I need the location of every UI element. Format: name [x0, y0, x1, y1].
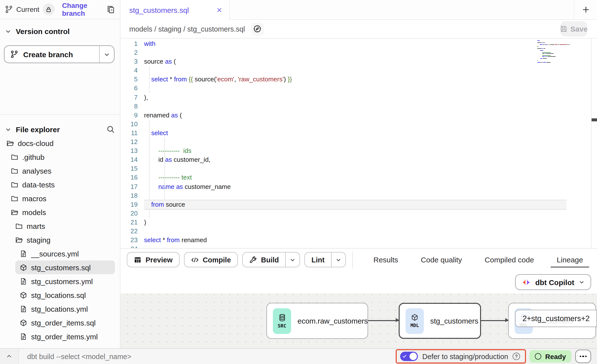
tab-strip-empty	[230, 0, 574, 20]
file-tree-item-stg-order-items-sql[interactable]: stg_order_items.sql	[0, 316, 120, 329]
code-lines: 1with23source as (45 select * from {{ so…	[120, 39, 566, 248]
close-icon[interactable]	[216, 7, 223, 13]
file-label: analyses	[22, 166, 51, 175]
create-branch-dropdown[interactable]	[99, 46, 114, 63]
preview-main[interactable]: Preview	[127, 253, 179, 267]
lineage-node-stg-customers[interactable]: MDLstg_customers	[399, 303, 481, 339]
code-line-11[interactable]: 11 select	[120, 129, 566, 138]
change-branch-link[interactable]: Change branch	[62, 1, 103, 17]
folder-icon	[15, 222, 23, 230]
file-tree-item--github[interactable]: .github	[0, 150, 120, 164]
line-number: 9	[120, 111, 144, 120]
file-label: stg_order_items.yml	[31, 332, 98, 341]
lint-main[interactable]: Lint	[305, 253, 331, 267]
code-line-12[interactable]: 12	[120, 138, 566, 146]
create-branch-button[interactable]: Create branch	[4, 45, 114, 63]
code-editor[interactable]: 1with23source as (45 select * from {{ so…	[120, 38, 597, 248]
version-control-header[interactable]: Version control	[0, 24, 120, 38]
file-tree-item-data-tests[interactable]: data-tests	[0, 178, 120, 191]
code-line-18[interactable]: 18	[120, 191, 566, 200]
code-line-5[interactable]: 5 select * from {{ source('ecom', 'raw_c…	[120, 75, 566, 84]
search-icon[interactable]	[107, 125, 115, 133]
file-tree-item-stg-locations-yml[interactable]: stg_locations.yml	[0, 302, 120, 316]
line-content	[144, 138, 566, 146]
code-line-2[interactable]: 2	[120, 48, 566, 57]
line-number: 15	[120, 164, 144, 173]
minimap[interactable]	[537, 40, 570, 64]
file-tree-item-analyses[interactable]: analyses	[0, 164, 120, 178]
dbt-copilot-button[interactable]: dbt Copilot	[515, 274, 591, 290]
create-branch-main[interactable]: Create branch	[4, 46, 99, 63]
compile-main[interactable]: Compile	[185, 253, 237, 267]
copilot-compass-button[interactable]	[251, 22, 264, 35]
new-tab-button[interactable]	[574, 0, 597, 20]
status-ready-badge[interactable]: Ready	[529, 350, 571, 363]
tab-compiled-code[interactable]: Compiled code	[479, 249, 540, 271]
compile-button[interactable]: Compile	[184, 252, 238, 267]
lineage-panel[interactable]: SRCecom.raw_customersMDLstg_customersMDL…	[120, 293, 597, 348]
code-line-17[interactable]: 17 name as customer_name	[120, 182, 566, 191]
line-number: 16	[120, 173, 144, 182]
file-tree-item-macros[interactable]: macros	[0, 191, 120, 205]
code-line-6[interactable]: 6	[120, 84, 566, 93]
lint-dropdown[interactable]	[331, 253, 345, 267]
code-line-24[interactable]: 24	[120, 245, 566, 248]
line-content: name as customer_name	[144, 182, 566, 191]
code-line-9[interactable]: 9renamed as (	[120, 111, 566, 120]
line-content: select * from renamed	[144, 236, 566, 245]
file-tree-item-staging[interactable]: staging	[0, 233, 120, 247]
code-line-23[interactable]: 23select * from renamed	[120, 236, 566, 245]
file-tree-item-models[interactable]: models	[0, 205, 120, 219]
file-tree-item--sources-yml[interactable]: __sources.yml	[0, 247, 120, 260]
preview-button[interactable]: Preview	[127, 252, 180, 267]
code-line-3[interactable]: 3source as (	[120, 57, 566, 66]
build-button[interactable]: Build	[242, 252, 300, 267]
tab-lineage[interactable]: Lineage	[551, 249, 589, 271]
build-main[interactable]: Build	[243, 253, 285, 267]
file-tree-item-stg-customers-yml[interactable]: stg_customers.yml	[0, 274, 120, 288]
code-line-15[interactable]: 15	[120, 164, 566, 173]
lineage-selector-input[interactable]: 2+stg_customers+2	[516, 310, 597, 327]
code-line-22[interactable]: 22	[120, 227, 566, 236]
code-line-8[interactable]: 8	[120, 102, 566, 111]
file-tree-item-stg-locations-sql[interactable]: stg_locations.sql	[0, 288, 120, 302]
more-options-button[interactable]	[575, 350, 591, 363]
code-line-7[interactable]: 7),	[120, 93, 566, 102]
code-line-1[interactable]: 1with	[120, 39, 566, 48]
indent-guide	[149, 66, 149, 93]
collapse-panel-button[interactable]	[0, 349, 19, 364]
line-content	[144, 209, 566, 218]
tab-code-quality[interactable]: Code quality	[415, 249, 468, 271]
code-line-19[interactable]: 19 from source	[120, 200, 566, 209]
scrollbar-thumb[interactable]	[592, 118, 597, 121]
code-line-13[interactable]: 13 ---------- ids	[120, 146, 566, 155]
help-icon[interactable]: ?	[513, 353, 520, 360]
file-tree-item-marts[interactable]: marts	[0, 219, 120, 233]
file-explorer-title: File explorer	[16, 125, 102, 133]
copy-icon[interactable]	[107, 5, 115, 14]
file-tree-item-stg-order-items-yml[interactable]: stg_order_items.yml	[0, 329, 120, 343]
file-explorer-header[interactable]: File explorer	[0, 122, 120, 137]
code-line-10[interactable]: 10	[120, 120, 566, 129]
lint-button[interactable]: Lint	[305, 252, 346, 267]
code-line-4[interactable]: 4	[120, 66, 566, 75]
tab-stg-customers-sql[interactable]: stg_customers.sql	[120, 0, 230, 20]
code-line-21[interactable]: 21)	[120, 218, 566, 227]
lineage-node-ecom-raw-customers[interactable]: SRCecom.raw_customers	[266, 303, 368, 339]
file-icon	[20, 333, 27, 340]
file-label: .github	[22, 153, 44, 161]
build-dropdown[interactable]	[285, 253, 300, 267]
code-line-16[interactable]: 16 ---------- text	[120, 173, 566, 182]
line-number: 22	[120, 227, 144, 236]
file-tree-item-stg-customers-sql[interactable]: stg_customers.sql	[15, 260, 115, 274]
code-line-14[interactable]: 14 id as customer_id,	[120, 155, 566, 164]
chevron-down-icon	[104, 51, 110, 57]
status-circle-icon	[535, 353, 541, 360]
code-line-20[interactable]: 20	[120, 209, 566, 218]
command-input[interactable]: dbt build --select <model_name>	[19, 349, 396, 364]
defer-toggle[interactable]	[400, 352, 418, 361]
tab-results[interactable]: Results	[368, 249, 404, 271]
save-button[interactable]: Save	[560, 21, 587, 36]
save-floppy-icon	[560, 25, 567, 33]
file-tree-item-docs-cloud[interactable]: docs-cloud	[0, 136, 120, 150]
